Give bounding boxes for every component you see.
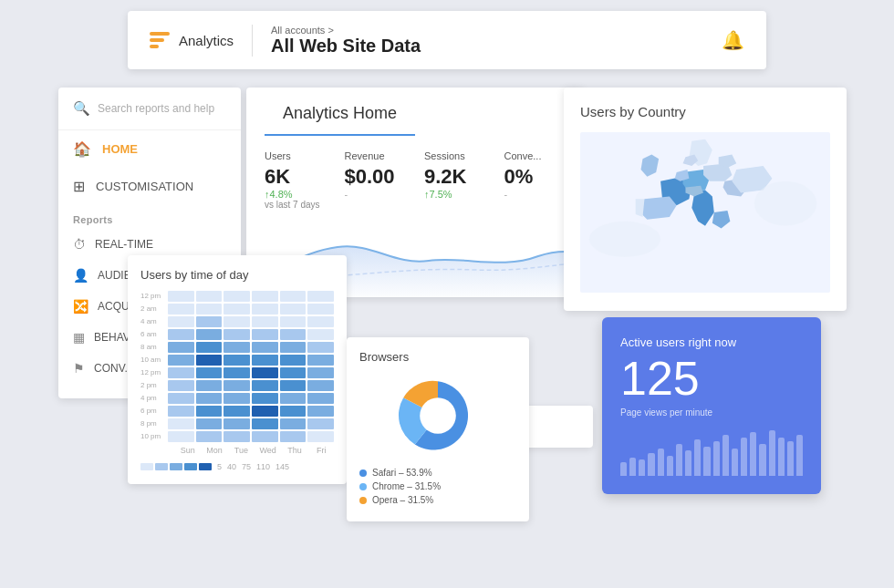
metric-sessions-value: 9.2K — [424, 165, 486, 189]
mini-bar-item — [703, 447, 710, 476]
sidebar-item-customisation[interactable]: ⊞ CUSTOMISATION — [58, 168, 241, 205]
heatmap-cell — [252, 393, 278, 404]
notification-bell-icon[interactable]: 🔔 — [722, 29, 744, 51]
heatmap-cell — [280, 342, 307, 353]
mini-bar-item — [732, 449, 738, 476]
heatmap-cell — [280, 355, 307, 366]
country-card: Users by Country — [564, 88, 847, 311]
heatmap-cell — [224, 418, 250, 429]
header-title-group: All accounts > All Web Site Data — [252, 25, 722, 57]
active-users-label: Active users right now — [620, 335, 803, 349]
mini-bar-item — [741, 438, 747, 476]
analytics-logo-icon — [150, 32, 170, 48]
heatmap-cell — [307, 291, 334, 302]
heatmap-title: Users by time of day — [140, 268, 334, 282]
chrome-dot — [359, 483, 367, 490]
heatmap-cell — [252, 418, 278, 429]
heatmap-cell — [307, 316, 334, 327]
metric-revenue: Revenue $0.00 - — [345, 150, 407, 210]
heatmap-cell — [168, 367, 194, 378]
heatmap-cell — [168, 431, 194, 442]
mini-bar-item — [722, 435, 729, 476]
sidebar-customisation-label: CUSTOMISATION — [96, 180, 193, 193]
mini-bar-item — [750, 432, 756, 476]
heatmap-cell — [307, 367, 334, 378]
browsers-title: Browsers — [359, 350, 516, 364]
heatmap-cell — [224, 380, 250, 391]
metric-users-change: ↑4.8% — [265, 189, 327, 200]
opera-label: Opera – 31.5% — [372, 495, 433, 505]
heatmap-cell — [196, 316, 223, 327]
heatmap-cell — [307, 304, 334, 315]
mini-bar-item — [639, 459, 645, 476]
metric-conversions-value: 0% — [504, 165, 567, 189]
sidebar-search[interactable]: 🔍 Search reports and help — [58, 88, 241, 130]
heatmap-cell — [307, 406, 334, 417]
metric-users-value: 6K — [265, 165, 327, 189]
audience-icon: 👤 — [73, 268, 88, 283]
heatmap-cell — [224, 393, 250, 404]
metric-conversions-label: Conve... — [504, 150, 567, 161]
heatmap-cell — [168, 342, 194, 353]
heatmap-cell — [280, 418, 307, 429]
heatmap-cell — [196, 291, 223, 302]
active-users-card: Active users right now 125 Page views pe… — [602, 317, 821, 494]
heatmap-cell — [196, 329, 223, 340]
conversions-icon: ⚑ — [73, 361, 85, 376]
mini-bar-item — [796, 435, 803, 476]
sidebar-item-home[interactable]: 🏠 HOME — [58, 130, 241, 168]
header-bar: Analytics All accounts > All Web Site Da… — [128, 11, 766, 69]
legend-safari: Safari – 53.9% — [359, 468, 516, 478]
heatmap-cell — [252, 406, 278, 417]
safari-dot — [359, 469, 367, 477]
realtime-label: REAL-TIME — [95, 238, 153, 251]
heatmap-cell — [307, 342, 334, 353]
metric-revenue-change: - — [345, 189, 407, 200]
heatmap-cell — [196, 355, 223, 366]
svg-point-1 — [589, 222, 660, 257]
heatmap-cell — [307, 393, 334, 404]
heatmap-cell — [252, 329, 278, 340]
mini-bar-item — [769, 430, 775, 476]
heatmap-cell — [280, 431, 307, 442]
heatmap-cell — [168, 393, 194, 404]
heatmap-cell — [307, 380, 334, 391]
heatmap-cell — [252, 291, 278, 302]
heatmap-cell — [252, 380, 278, 391]
breadcrumb: All accounts > — [271, 25, 722, 36]
metric-revenue-value: $0.00 — [345, 165, 407, 189]
heatmap-cell — [280, 304, 307, 315]
mini-bar-item — [620, 462, 627, 476]
acquisition-icon: 🔀 — [73, 299, 88, 314]
heatmap-cell — [168, 418, 194, 429]
heatmap-cell — [168, 329, 194, 340]
heatmap-cell — [168, 380, 194, 391]
heatmap-cell — [196, 367, 223, 378]
opera-dot — [359, 497, 367, 504]
heatmap-cell — [168, 304, 194, 315]
heatmap-cell — [280, 291, 307, 302]
svg-point-3 — [420, 397, 456, 434]
mini-bar-chart — [620, 430, 803, 476]
country-title: Users by Country — [580, 104, 830, 119]
heatmap-cell — [168, 291, 194, 302]
mini-bar-item — [759, 444, 765, 476]
browsers-card: Browsers Safari – 53.9% Chrome – 31.5% O… — [347, 337, 529, 521]
heatmap-cell — [224, 355, 250, 366]
heatmap-card: Users by time of day 12 pm 2 am 4 am 6 a… — [128, 255, 347, 484]
sidebar-home-label: HOME — [102, 142, 138, 156]
sidebar-reports-section: Reports — [58, 205, 241, 229]
heatmap-grid — [168, 291, 334, 442]
heatmap-cell — [196, 380, 223, 391]
heatmap-cell — [252, 367, 278, 378]
safari-label: Safari – 53.9% — [372, 468, 432, 478]
heatmap-cell — [196, 431, 223, 442]
realtime-icon: ⏱ — [73, 237, 86, 252]
metric-users-note: vs last 7 days — [265, 200, 327, 210]
heatmap-cell — [252, 342, 278, 353]
page-title: All Web Site Data — [271, 36, 722, 57]
heatmap-cell — [196, 342, 223, 353]
metric-sessions-change: ↑7.5% — [424, 189, 486, 200]
metric-users-label: Users — [265, 150, 327, 161]
heatmap-cell — [168, 355, 194, 366]
